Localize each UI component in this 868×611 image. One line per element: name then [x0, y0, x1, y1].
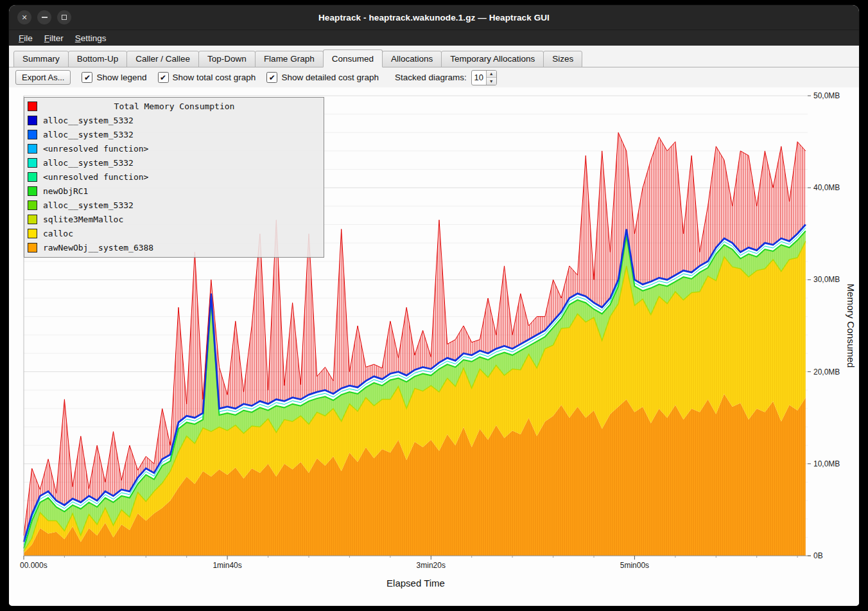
svg-text:1min40s: 1min40s: [213, 561, 241, 570]
svg-text:00.000s: 00.000s: [20, 561, 48, 570]
svg-text:30,0MB: 30,0MB: [813, 275, 840, 284]
legend-item: alloc__system_5332: [28, 127, 320, 141]
tab-sizes[interactable]: Sizes: [543, 51, 582, 67]
checkbox-label: Show detailed cost graph: [281, 73, 379, 82]
legend-label: alloc__system_5332: [43, 200, 134, 210]
legend-label: alloc__system_5332: [43, 158, 134, 168]
legend-label: Total Memory Consumption: [43, 102, 320, 111]
svg-text:40,0MB: 40,0MB: [813, 183, 840, 192]
legend-swatch: [28, 215, 37, 224]
tabbar: SummaryBottom-UpCaller / CalleeTop-DownF…: [9, 46, 859, 67]
legend-item: rawNewObj__system_6388: [28, 240, 320, 254]
legend-label: calloc: [43, 229, 73, 238]
legend-swatch: [28, 243, 37, 252]
checkbox-group: ✔Show legend✔Show total cost graph✔Show …: [82, 72, 379, 83]
checkbox-box[interactable]: ✔: [266, 72, 277, 83]
close-icon: ✕: [21, 14, 27, 21]
chart-legend: Total Memory Consumptionalloc__system_53…: [24, 97, 324, 258]
minimize-button[interactable]: [37, 10, 51, 24]
legend-swatch: [28, 102, 37, 111]
export-as-button[interactable]: Export As...: [15, 70, 71, 85]
svg-text:Elapsed Time: Elapsed Time: [386, 578, 445, 589]
tab-temporary-allocations[interactable]: Temporary Allocations: [441, 51, 544, 67]
legend-swatch: [28, 144, 37, 154]
legend-label: sqlite3MemMalloc: [43, 215, 123, 224]
chevron-up-icon: ▲: [489, 71, 494, 76]
tab-bottom-up[interactable]: Bottom-Up: [68, 51, 128, 67]
svg-text:0B: 0B: [813, 551, 823, 560]
window-controls: ✕: [17, 10, 71, 24]
legend-label: alloc__system_5332: [43, 116, 134, 125]
chevron-down-icon: ▼: [489, 79, 494, 84]
legend-swatch: [28, 200, 37, 210]
window-title: Heaptrack - heaptrack.wakunode.1.gz — He…: [318, 13, 550, 22]
tab-caller-callee[interactable]: Caller / Callee: [126, 51, 199, 67]
svg-text:5min00s: 5min00s: [620, 561, 649, 570]
checkbox-label: Show legend: [96, 73, 146, 82]
menubar: FileFilterSettings: [9, 30, 859, 46]
menu-settings[interactable]: Settings: [69, 32, 112, 44]
stacked-diagrams-spinbox: 10 ▲ ▼: [471, 70, 497, 85]
tab-allocations[interactable]: Allocations: [382, 51, 442, 67]
legend-swatch: [28, 186, 37, 196]
titlebar: ✕ Heaptrack - heaptrack.wakunode.1.gz — …: [9, 5, 859, 30]
stacked-diagrams-group: Stacked diagrams: 10 ▲ ▼: [395, 70, 497, 85]
legend-label: alloc__system_5332: [43, 130, 134, 139]
legend-swatch: [28, 116, 37, 125]
legend-item: alloc__system_5332: [28, 198, 320, 212]
legend-item: calloc: [28, 226, 320, 240]
stacked-diagrams-label: Stacked diagrams:: [395, 73, 467, 82]
svg-text:10,0MB: 10,0MB: [813, 459, 840, 468]
legend-label: newObjRC1: [43, 186, 88, 196]
legend-item: sqlite3MemMalloc: [28, 212, 320, 226]
menu-filter[interactable]: Filter: [39, 32, 69, 44]
svg-text:3min20s: 3min20s: [417, 561, 446, 570]
checkbox-label: Show total cost graph: [173, 73, 256, 82]
checkbox-box[interactable]: ✔: [158, 72, 169, 83]
svg-text:20,0MB: 20,0MB: [813, 367, 840, 376]
maximize-button[interactable]: [57, 10, 71, 24]
legend-swatch: [28, 158, 37, 168]
minimize-icon: [42, 17, 48, 18]
legend-item: alloc__system_5332: [28, 113, 320, 127]
tab-flame-graph[interactable]: Flame Graph: [255, 51, 324, 67]
legend-item: alloc__system_5332: [28, 155, 320, 170]
legend-label: rawNewObj__system_6388: [43, 243, 153, 252]
chart-panel: 00.000s1min40s3min20s5min00s0B10,0MB20,0…: [9, 87, 859, 606]
tab-summary[interactable]: Summary: [13, 51, 69, 67]
spin-up-button[interactable]: ▲: [487, 71, 496, 78]
maximize-icon: [62, 15, 67, 20]
legend-swatch: [28, 229, 37, 238]
tab-top-down[interactable]: Top-Down: [198, 51, 256, 67]
checkbox-show-detailed-cost-graph[interactable]: ✔Show detailed cost graph: [266, 72, 379, 83]
menu-file[interactable]: File: [13, 32, 39, 44]
checkbox-show-total-cost-graph[interactable]: ✔Show total cost graph: [158, 72, 256, 83]
tab-consumed[interactable]: Consumed: [323, 49, 383, 67]
legend-item: <unresolved function>: [28, 141, 320, 155]
spin-buttons: ▲ ▼: [486, 71, 496, 85]
legend-swatch: [28, 130, 37, 139]
legend-swatch: [28, 172, 37, 182]
svg-text:Memory Consumed: Memory Consumed: [846, 284, 856, 368]
heaptrack-window: ✕ Heaptrack - heaptrack.wakunode.1.gz — …: [9, 5, 859, 606]
stacked-diagrams-value[interactable]: 10: [472, 71, 486, 85]
close-button[interactable]: ✕: [17, 10, 31, 24]
legend-title-row: Total Memory Consumption: [28, 99, 320, 113]
spin-down-button[interactable]: ▼: [487, 77, 496, 85]
legend-item: <unresolved function>: [28, 170, 320, 184]
legend-label: <unresolved function>: [43, 144, 148, 154]
toolbar: Export As... ✔Show legend✔Show total cos…: [9, 67, 859, 87]
svg-text:50,0MB: 50,0MB: [813, 91, 840, 100]
legend-item: newObjRC1: [28, 184, 320, 198]
checkbox-box[interactable]: ✔: [82, 72, 92, 83]
checkbox-show-legend[interactable]: ✔Show legend: [82, 72, 146, 83]
legend-label: <unresolved function>: [43, 172, 148, 182]
